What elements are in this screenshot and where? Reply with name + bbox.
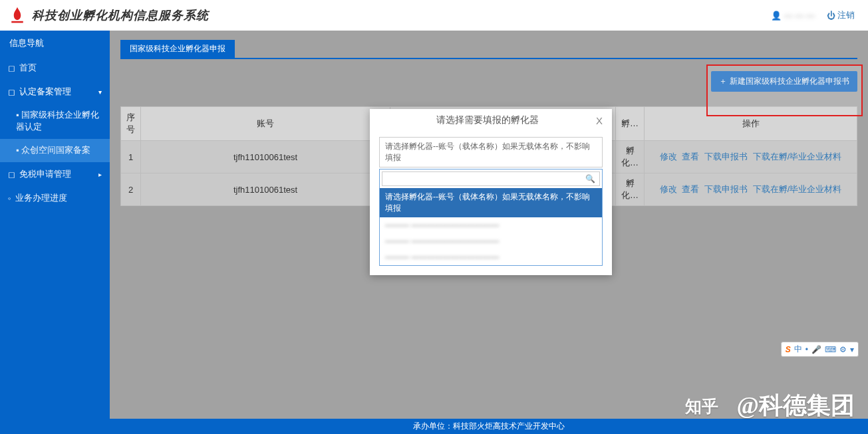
sidebar-sub-national-incubator[interactable]: ▪ 国家级科技企业孵化器认定: [0, 104, 110, 139]
op-link[interactable]: 下载在孵/毕业企业材料: [753, 184, 842, 194]
modal-header: 请选择需要填报的孵化器 X: [370, 109, 612, 132]
sidebar-header: 信息导航: [0, 31, 110, 56]
dropdown-option[interactable]: ——— ———————————: [380, 249, 602, 265]
sidebar-item-home[interactable]: ◻ 首页: [0, 56, 110, 80]
th-ops: 操作: [645, 107, 857, 141]
close-icon[interactable]: X: [596, 115, 603, 126]
sidebar-sub-zhongchuang[interactable]: ▪ 众创空间国家备案: [0, 139, 110, 162]
sidebar-item-label: 认定备案管理: [19, 86, 71, 98]
user-area[interactable]: 👤 — — —: [771, 11, 815, 21]
app-header: 科技创业孵化机构信息服务系统 👤 — — — ⏻ 注销: [0, 0, 868, 31]
dropdown-search-input[interactable]: [382, 171, 600, 186]
square-icon: ▪: [16, 146, 19, 155]
gear-icon: ◻: [8, 87, 15, 97]
sidebar-item-rending[interactable]: ◻ 认定备案管理 ▾: [0, 80, 110, 104]
dropdown-search-row: 🔍: [380, 169, 602, 188]
op-link[interactable]: 查看: [682, 184, 699, 194]
tab-active[interactable]: 国家级科技企业孵化器申报: [120, 40, 235, 58]
home-icon: ◻: [8, 63, 15, 73]
sidebar-item-label: 免税申请管理: [19, 168, 71, 180]
op-link[interactable]: 修改: [660, 184, 677, 194]
more-icon[interactable]: ▾: [850, 345, 854, 354]
header-right: 👤 — — — ⏻ 注销: [771, 9, 855, 21]
ime-lang[interactable]: 中: [794, 344, 802, 355]
app-logo-icon: [8, 6, 27, 25]
search-icon[interactable]: 🔍: [585, 174, 595, 183]
cell-c4: 孵化…: [616, 173, 645, 206]
user-icon: 👤: [771, 11, 782, 21]
mic-icon[interactable]: 🎤: [811, 345, 821, 354]
th-account: 账号: [141, 107, 390, 141]
clock-icon: ◦: [8, 193, 11, 203]
tab-bar: 国家级科技企业孵化器申报: [120, 40, 857, 58]
cell-account: tjfh11010061test: [141, 141, 390, 173]
sidebar-item-label: 国家级科技企业孵化器认定: [16, 110, 99, 132]
sidebar-item-tax-exempt[interactable]: ◻ 免税申请管理 ▸: [0, 162, 110, 186]
op-link[interactable]: 下载在孵/毕业企业材料: [753, 152, 842, 162]
modal-body: 请选择孵化器--账号（载体名称）如果无载体名称，不影响填报 🔍 请选择孵化器--…: [370, 132, 612, 275]
user-name: — — —: [784, 11, 815, 21]
logout-label: 注销: [837, 9, 855, 21]
op-link[interactable]: 下载申报书: [704, 152, 748, 162]
sidebar-item-label: 业务办理进度: [15, 192, 67, 204]
square-icon: ▪: [16, 110, 19, 120]
doc-icon: ◻: [8, 169, 15, 179]
cell-account: tjfh11010061test: [141, 173, 390, 206]
dropdown-option[interactable]: ——— ———————————: [380, 233, 602, 249]
dropdown-option[interactable]: ——— ———————————: [380, 217, 602, 233]
op-link[interactable]: 下载申报书: [704, 184, 748, 194]
select-dropdown: 🔍 请选择孵化器--账号（载体名称）如果无载体名称，不影响填报——— —————…: [379, 169, 603, 266]
power-icon: ⏻: [827, 11, 835, 21]
toolbar: ＋ 新建国家级科技企业孵化器申报书: [120, 71, 857, 92]
dropdown-option[interactable]: 请选择孵化器--账号（载体名称）如果无载体名称，不影响填报: [380, 188, 602, 217]
gear-icon[interactable]: ⚙: [839, 345, 847, 354]
sidebar: 信息导航 ◻ 首页 ◻ 认定备案管理 ▾ ▪ 国家级科技企业孵化器认定 ▪ 众创…: [0, 31, 110, 434]
watermark: 知乎 @科德集团: [685, 389, 855, 422]
sidebar-item-label: 首页: [19, 62, 37, 74]
th-index: 序号: [121, 107, 141, 141]
new-button-label: 新建国家级科技企业孵化器申报书: [730, 76, 849, 87]
select-incubator-modal: 请选择需要填报的孵化器 X 请选择孵化器--账号（载体名称）如果无载体名称，不影…: [370, 109, 612, 275]
cell-index: 1: [121, 141, 141, 173]
cell-c4: 孵化…: [616, 141, 645, 173]
chevron-right-icon: ▸: [98, 171, 102, 178]
sogou-logo-icon: S: [786, 345, 791, 354]
header-left: 科技创业孵化机构信息服务系统: [8, 6, 209, 25]
watermark-text: @科德集团: [737, 389, 855, 422]
cell-index: 2: [121, 173, 141, 206]
op-link[interactable]: 修改: [660, 152, 677, 162]
sidebar-item-label: 众创空间国家备案: [21, 146, 90, 155]
app-title: 科技创业孵化机构信息服务系统: [32, 7, 209, 23]
modal-title: 请选择需要填报的孵化器: [379, 114, 596, 126]
svg-text:知乎: 知乎: [685, 397, 718, 415]
cell-ops: 修改 查看 下载申报书 下载在孵/毕业企业材料: [645, 141, 857, 173]
ime-punct-icon[interactable]: •: [805, 345, 808, 354]
tab-underline: [120, 58, 857, 59]
sidebar-item-progress[interactable]: ◦ 业务办理进度: [0, 186, 110, 210]
zhihu-logo-icon: 知乎: [685, 395, 732, 417]
keyboard-icon[interactable]: ⌨: [825, 345, 836, 354]
chevron-down-icon: ▾: [98, 88, 102, 96]
plus-icon: ＋: [719, 76, 727, 87]
th-col4: 孵…: [616, 107, 645, 141]
op-link[interactable]: 查看: [682, 152, 699, 162]
cell-ops: 修改 查看 下载申报书 下载在孵/毕业企业材料: [645, 173, 857, 206]
incubator-select[interactable]: 请选择孵化器--账号（载体名称）如果无载体名称，不影响填报: [379, 137, 603, 167]
logout-link[interactable]: ⏻ 注销: [827, 9, 855, 21]
new-application-button[interactable]: ＋ 新建国家级科技企业孵化器申报书: [711, 71, 857, 92]
ime-toolbar[interactable]: S 中 • 🎤 ⌨ ⚙ ▾: [781, 342, 859, 357]
